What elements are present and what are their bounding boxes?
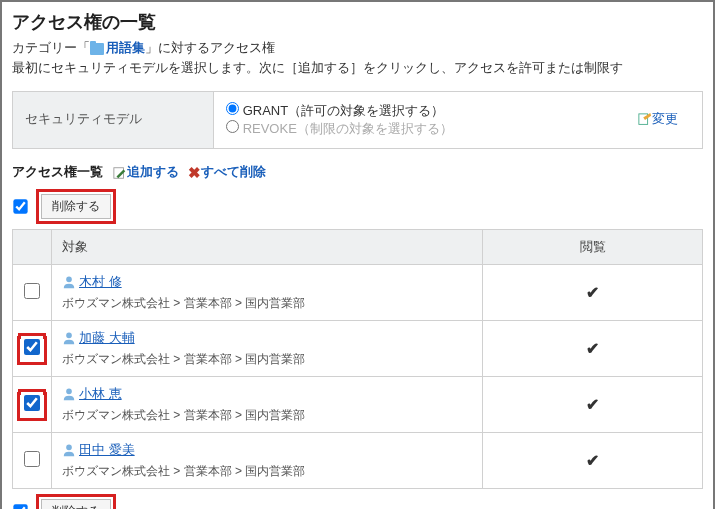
view-check-icon: ✔	[586, 284, 599, 301]
change-link[interactable]: 変更	[638, 111, 678, 126]
delete-icon: ✖	[188, 164, 201, 182]
person-icon	[62, 275, 76, 289]
svg-point-3	[66, 332, 72, 338]
delete-button-top[interactable]: 削除する	[41, 194, 111, 219]
folder-icon	[90, 43, 104, 55]
table-row: 田中 愛美ボウズマン株式会社 > 営業本部 > 国内営業部✔	[13, 432, 703, 488]
person-icon	[62, 443, 76, 457]
svg-point-2	[66, 276, 72, 282]
user-path: ボウズマン株式会社 > 営業本部 > 国内営業部	[62, 295, 472, 312]
select-all-top[interactable]	[13, 199, 27, 213]
grant-radio[interactable]	[226, 102, 239, 115]
edit-icon	[638, 113, 652, 127]
view-check-icon: ✔	[586, 396, 599, 413]
revoke-option[interactable]: REVOKE（制限の対象を選択する）	[226, 120, 620, 138]
svg-point-5	[66, 444, 72, 450]
row-checkbox[interactable]	[24, 395, 40, 411]
row-checkbox[interactable]	[24, 451, 40, 467]
view-check-icon: ✔	[586, 340, 599, 357]
user-link[interactable]: 加藤 大輔	[79, 330, 135, 345]
security-model-label: セキュリティモデル	[13, 92, 213, 148]
revoke-radio[interactable]	[226, 120, 239, 133]
add-icon	[113, 166, 127, 180]
user-link[interactable]: 木村 修	[79, 274, 122, 289]
security-model-panel: セキュリティモデル GRANT（許可の対象を選択する） REVOKE（制限の対象…	[12, 91, 703, 149]
page-subtitle: カテゴリー「用語集」に対するアクセス権 最初にセキュリティモデルを選択します。次…	[12, 38, 703, 77]
user-path: ボウズマン株式会社 > 営業本部 > 国内営業部	[62, 407, 472, 424]
permission-table: 対象 閲覧 木村 修ボウズマン株式会社 > 営業本部 > 国内営業部✔加藤 大輔…	[12, 229, 703, 489]
row-checkbox[interactable]	[24, 339, 40, 355]
view-check-icon: ✔	[586, 452, 599, 469]
toolbar-bottom: 削除する	[2, 493, 713, 509]
user-link[interactable]: 小林 恵	[79, 386, 122, 401]
person-icon	[62, 387, 76, 401]
row-checkbox[interactable]	[24, 283, 40, 299]
user-path: ボウズマン株式会社 > 営業本部 > 国内営業部	[62, 463, 472, 480]
col-checkbox	[13, 229, 52, 264]
grant-option[interactable]: GRANT（許可の対象を選択する）	[226, 102, 620, 120]
col-target: 対象	[52, 229, 483, 264]
list-heading: アクセス権一覧	[12, 164, 103, 179]
col-view: 閲覧	[483, 229, 703, 264]
svg-rect-0	[639, 113, 648, 124]
user-path: ボウズマン株式会社 > 営業本部 > 国内営業部	[62, 351, 472, 368]
select-all-bottom[interactable]	[13, 504, 27, 509]
svg-point-4	[66, 388, 72, 394]
delete-button-bottom[interactable]: 削除する	[41, 499, 111, 509]
toolbar-top: 削除する	[2, 188, 713, 225]
user-link[interactable]: 田中 愛美	[79, 442, 135, 457]
add-link[interactable]: 追加する	[113, 164, 183, 179]
table-row: 加藤 大輔ボウズマン株式会社 > 営業本部 > 国内営業部✔	[13, 320, 703, 376]
table-row: 小林 恵ボウズマン株式会社 > 営業本部 > 国内営業部✔	[13, 376, 703, 432]
page-title: アクセス権の一覧	[12, 10, 703, 34]
person-icon	[62, 331, 76, 345]
delete-all-link[interactable]: ✖すべて削除	[188, 164, 266, 179]
category-name: 用語集	[106, 40, 145, 55]
table-row: 木村 修ボウズマン株式会社 > 営業本部 > 国内営業部✔	[13, 264, 703, 320]
